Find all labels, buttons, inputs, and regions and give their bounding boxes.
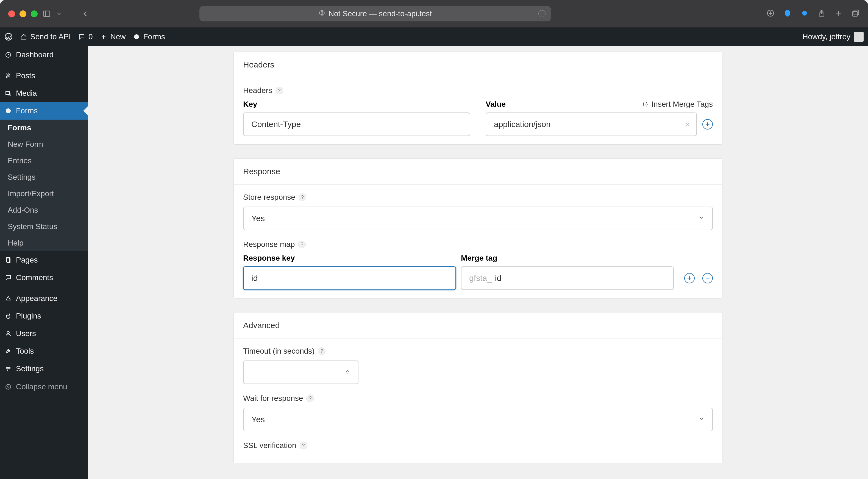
back-button[interactable] — [81, 10, 89, 18]
sidebar-item-media[interactable]: Media — [0, 84, 88, 102]
help-icon[interactable]: ? — [298, 241, 306, 248]
sidebar-sub-entries[interactable]: Entries — [0, 152, 88, 169]
key-column-header: Key — [243, 100, 470, 109]
sidebar-item-pages[interactable]: Pages — [0, 251, 88, 269]
add-header-button[interactable]: + — [702, 119, 713, 130]
svg-rect-10 — [852, 11, 858, 16]
new-content-link[interactable]: New — [100, 32, 126, 41]
help-icon[interactable]: ? — [318, 347, 326, 355]
advanced-card-title: Advanced — [234, 312, 722, 339]
sidebar-sub-settings[interactable]: Settings — [0, 169, 88, 185]
timeout-label: Timeout (in seconds) — [243, 347, 314, 355]
share-icon[interactable] — [817, 9, 826, 19]
wp-logo-icon[interactable] — [4, 33, 12, 41]
help-icon[interactable]: ? — [306, 395, 314, 402]
sidebar-sub-import-export[interactable]: Import/Export — [0, 185, 88, 202]
response-map-label: Response map — [243, 240, 295, 249]
downloads-icon[interactable] — [766, 9, 775, 19]
sidebar-submenu-forms: Forms New Form Entries Settings Import/E… — [0, 119, 88, 251]
globe-icon — [319, 9, 325, 18]
avatar — [854, 32, 864, 42]
merge-tag-input[interactable]: gfsta_ id — [461, 266, 674, 290]
main-content: Headers Headers ? Key — [88, 46, 868, 479]
sidebar-sub-addons[interactable]: Add-Ons — [0, 202, 88, 218]
store-response-select[interactable]: Yes — [243, 207, 713, 230]
insert-merge-tags-button[interactable]: Insert Merge Tags — [642, 100, 713, 109]
advanced-card: Advanced Timeout (in seconds) ? — [234, 312, 722, 464]
maximize-window-button[interactable] — [31, 10, 38, 17]
sidebar-item-appearance[interactable]: Appearance — [0, 290, 88, 307]
add-response-map-button[interactable]: + — [684, 273, 695, 283]
sidebar-item-comments[interactable]: Comments — [0, 269, 88, 286]
svg-line-16 — [8, 54, 9, 55]
wp-admin-bar: Send to API 0 New Forms Howdy, jeffrey — [0, 28, 868, 46]
admin-sidebar: Dashboard Posts Media Forms Forms New Fo… — [0, 46, 88, 479]
sidebar-item-posts[interactable]: Posts — [0, 67, 88, 84]
page-options-icon[interactable]: ··· — [538, 10, 546, 17]
merge-tag-prefix: gfsta_ — [469, 274, 492, 283]
svg-point-14 — [134, 34, 139, 39]
user-menu[interactable]: Howdy, jeffrey — [802, 32, 864, 42]
url-bar[interactable]: Not Secure — send-to-api.test ··· — [199, 6, 551, 22]
site-home-link[interactable]: Send to API — [20, 32, 71, 41]
response-key-header: Response key — [243, 254, 456, 263]
sidebar-sub-system-status[interactable]: System Status — [0, 218, 88, 235]
svg-point-22 — [7, 332, 9, 334]
merge-tag-header: Merge tag — [461, 254, 674, 263]
chevron-down-icon — [698, 415, 705, 424]
chevron-down-icon — [698, 214, 705, 223]
help-icon[interactable]: ? — [300, 442, 307, 449]
response-card: Response Store response ? Yes Respon — [234, 158, 722, 299]
svg-point-27 — [8, 368, 10, 369]
number-stepper[interactable] — [345, 370, 350, 375]
forms-link[interactable]: Forms — [133, 32, 165, 41]
svg-point-30 — [645, 104, 646, 105]
response-key-input[interactable] — [243, 266, 456, 290]
extension-icon[interactable] — [800, 9, 809, 19]
shield-icon[interactable] — [783, 9, 792, 19]
help-icon[interactable]: ? — [299, 194, 306, 201]
sidebar-item-users[interactable]: Users — [0, 325, 88, 342]
comments-link[interactable]: 0 — [79, 32, 93, 41]
value-column-header: Value — [486, 100, 506, 109]
sidebar-item-forms[interactable]: Forms — [0, 102, 88, 119]
sidebar-sub-new-form[interactable]: New Form — [0, 136, 88, 152]
svg-point-29 — [6, 384, 11, 389]
svg-rect-9 — [854, 10, 859, 15]
remove-response-map-button[interactable]: − — [702, 273, 713, 283]
svg-rect-0 — [44, 11, 50, 16]
sidebar-sub-forms[interactable]: Forms — [0, 119, 88, 136]
minimize-window-button[interactable] — [20, 10, 26, 17]
clear-icon[interactable]: × — [685, 119, 690, 130]
header-value-input[interactable] — [486, 112, 697, 136]
sidebar-toggle-icon[interactable] — [42, 10, 51, 18]
close-window-button[interactable] — [8, 10, 15, 17]
svg-point-28 — [7, 370, 8, 371]
svg-point-19 — [6, 108, 11, 113]
sidebar-item-tools[interactable]: Tools — [0, 342, 88, 360]
tabs-icon[interactable] — [851, 9, 860, 19]
wait-response-label: Wait for response — [243, 394, 303, 403]
svg-rect-5 — [802, 11, 807, 15]
sidebar-item-dashboard[interactable]: Dashboard — [0, 46, 88, 64]
browser-toolbar-right — [766, 9, 860, 19]
sidebar-item-settings[interactable]: Settings — [0, 360, 88, 377]
ssl-verification-label: SSL verification — [243, 441, 297, 450]
timeout-input[interactable] — [243, 361, 359, 384]
browser-titlebar: Not Secure — send-to-api.test ··· — [0, 0, 868, 28]
header-key-input[interactable] — [243, 112, 470, 136]
store-response-label: Store response — [243, 193, 295, 202]
wait-response-select[interactable]: Yes — [243, 408, 713, 431]
headers-card-title: Headers — [234, 52, 722, 78]
chevron-down-icon[interactable] — [56, 10, 62, 17]
headers-label: Headers — [243, 86, 272, 95]
window-controls — [8, 10, 38, 17]
help-icon[interactable]: ? — [276, 87, 283, 94]
response-card-title: Response — [234, 159, 722, 184]
new-tab-icon[interactable] — [835, 9, 843, 19]
sidebar-item-plugins[interactable]: Plugins — [0, 307, 88, 325]
sidebar-sub-help[interactable]: Help — [0, 235, 88, 251]
headers-card: Headers Headers ? Key — [234, 52, 722, 145]
collapse-menu-button[interactable]: Collapse menu — [0, 377, 88, 396]
svg-point-26 — [7, 367, 8, 368]
